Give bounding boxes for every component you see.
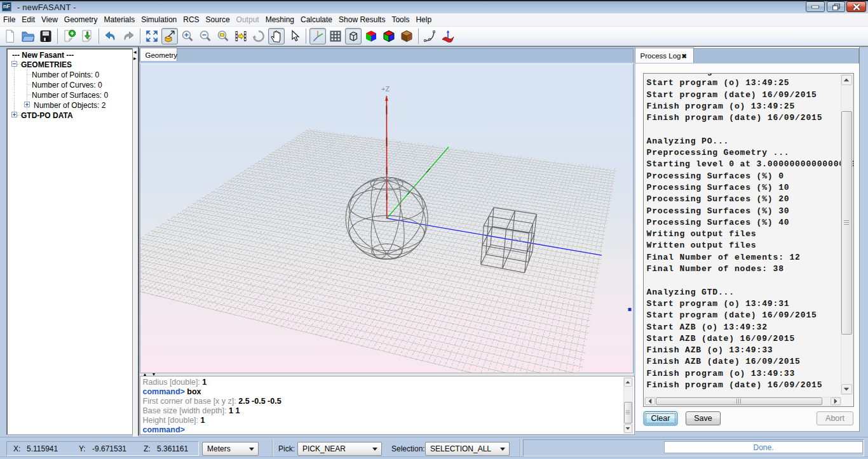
scroll-thumb[interactable] <box>841 111 852 335</box>
menu-item[interactable]: Materials <box>101 13 139 27</box>
console-line: command> box <box>143 387 281 397</box>
open-folder-icon <box>21 29 35 43</box>
textured-mode-button[interactable] <box>398 28 415 44</box>
zoom-out-button[interactable] <box>197 28 214 44</box>
tree-root[interactable]: --- New Fasant --- <box>12 51 74 60</box>
coordinates-panel: X: 5.115941 Y: -9.671531 Z: 5.361161 <box>6 441 199 456</box>
tree-expander-objects[interactable] <box>24 102 30 107</box>
zoom-fit-button[interactable] <box>144 28 160 44</box>
selection-label: Selection: <box>391 444 425 453</box>
show-grid-button[interactable] <box>327 28 344 44</box>
zoom-in-button[interactable] <box>179 28 196 44</box>
ground-grid <box>140 129 616 372</box>
viewport-3d[interactable]: +X+Z <box>140 63 634 373</box>
save-log-button[interactable]: Save <box>686 411 721 425</box>
menu-item[interactable]: Output <box>233 13 262 27</box>
new-file-button[interactable] <box>2 28 18 44</box>
clear-button[interactable]: Clear <box>644 411 677 425</box>
swap-views-button[interactable] <box>233 28 249 44</box>
import-geometry-button[interactable] <box>79 28 95 44</box>
create-surface-button[interactable] <box>440 28 456 44</box>
create-curve-button[interactable] <box>422 28 438 44</box>
undo-button[interactable] <box>102 28 119 44</box>
wireframe-mode-button[interactable] <box>345 28 362 44</box>
pan-view-button[interactable] <box>268 28 285 44</box>
tree-item-gtd[interactable]: GTD-PO DATA <box>21 111 73 120</box>
save-button[interactable] <box>37 28 54 44</box>
menu-item[interactable]: Geometry <box>61 13 101 27</box>
close-button[interactable] <box>846 1 866 12</box>
minimize-button[interactable] <box>806 1 825 12</box>
scroll-thumb[interactable] <box>624 402 632 423</box>
scroll-up-button[interactable] <box>624 378 632 387</box>
tab-process-log[interactable]: Process Log✖ <box>635 48 694 63</box>
menu-item[interactable]: Edit <box>18 13 38 27</box>
scroll-down-button[interactable] <box>624 424 632 433</box>
tree-item-objects[interactable]: Number of Objects: 2 <box>34 101 105 110</box>
redo-button[interactable] <box>120 28 137 44</box>
splitter-expand-right-icon[interactable]: ▶ <box>133 57 137 60</box>
tree-item-curves[interactable]: Number of Curves: 0 <box>32 81 102 90</box>
select-cursor-button[interactable] <box>286 28 302 44</box>
z-axis-label: +Z <box>381 85 390 93</box>
center-column: Geometry +X+Z ▲ ▼ Radius [double]: 1comm… <box>138 47 633 436</box>
log-line: Start program (date) 16/09/2015 <box>647 90 854 101</box>
solid-mode-icon <box>364 29 378 43</box>
pick-dropdown[interactable]: PICK_NEAR <box>297 442 382 456</box>
tree-item-geometries[interactable]: GEOMETRIES <box>21 60 72 69</box>
splitter-collapse-left-icon[interactable]: ◀ <box>133 50 137 54</box>
menu-item[interactable]: Meshing <box>262 13 297 27</box>
log-line: Written output files <box>647 240 854 251</box>
menu-item[interactable]: Tools <box>388 13 412 27</box>
menu-item[interactable]: Help <box>412 13 435 27</box>
process-log-output[interactable]: Initializing variables...Start program (… <box>643 73 854 407</box>
tree-item-surfaces[interactable]: Number of Surfaces: 0 <box>32 91 108 100</box>
new-page-add-button[interactable] <box>61 28 78 44</box>
open-folder-button[interactable] <box>20 28 36 44</box>
shaded-edges-mode-button[interactable] <box>381 28 397 44</box>
menu-item[interactable]: Show Results <box>336 13 388 27</box>
scroll-up-button[interactable] <box>841 75 852 85</box>
menu-item[interactable]: Calculate <box>297 13 336 27</box>
log-line: Finish AZB (o) 13:49:33 <box>647 345 854 356</box>
menu-item[interactable]: RCS <box>180 13 202 27</box>
rotate-view-button[interactable] <box>250 28 267 44</box>
vertical-splitter[interactable]: ◀ ▶ <box>133 48 138 437</box>
scroll-down-button[interactable] <box>841 384 852 394</box>
console-scrollbar[interactable] <box>623 377 633 434</box>
statusbar-separator <box>272 439 273 456</box>
tab-geometry[interactable]: Geometry <box>140 48 177 62</box>
tree-expander-gtd[interactable] <box>11 112 17 117</box>
log-line: Processing Surfaces (%) 10 <box>647 182 854 194</box>
zoom-window-button[interactable] <box>215 28 231 44</box>
toolbar-separator <box>140 29 140 44</box>
scroll-thumb[interactable] <box>656 397 822 405</box>
menu-item[interactable]: File <box>0 13 18 27</box>
scroll-left-button[interactable] <box>645 397 655 405</box>
thumb-grip <box>844 220 850 226</box>
abort-button[interactable]: Abort <box>817 411 853 425</box>
zoom-out-icon <box>198 29 212 43</box>
menu-item[interactable]: View <box>38 13 61 27</box>
log-line: Preprocessing Geometry ... <box>647 147 854 159</box>
selection-dropdown[interactable]: SELECTION_ALL <box>425 442 510 456</box>
restore-button[interactable] <box>827 1 845 12</box>
menu-item[interactable]: Source <box>203 13 233 27</box>
tab-close-icon[interactable]: ✖ <box>682 53 687 60</box>
log-line: Processing Surfaces (%) 0 <box>647 171 854 182</box>
units-dropdown[interactable]: Meters <box>202 442 259 456</box>
menu-item[interactable]: Simulation <box>138 13 180 27</box>
command-console[interactable]: Radius [double]: 1command> boxFirst corn… <box>140 376 635 435</box>
perspective-view-button[interactable] <box>161 28 178 44</box>
log-line: Start program (date) 16/09/2015 <box>647 310 854 321</box>
x-axis-label: +X <box>513 236 522 243</box>
console-prompt: command> <box>143 425 185 434</box>
log-vertical-scrollbar[interactable] <box>841 74 853 395</box>
scroll-right-button[interactable] <box>831 397 841 405</box>
tree-expander-geometries[interactable] <box>11 61 17 67</box>
thumb-grip <box>626 410 630 415</box>
solid-mode-button[interactable] <box>363 28 379 44</box>
log-horizontal-scrollbar[interactable] <box>644 397 841 406</box>
show-axes-button[interactable] <box>309 28 326 44</box>
tree-item-points[interactable]: Number of Points: 0 <box>32 70 99 79</box>
